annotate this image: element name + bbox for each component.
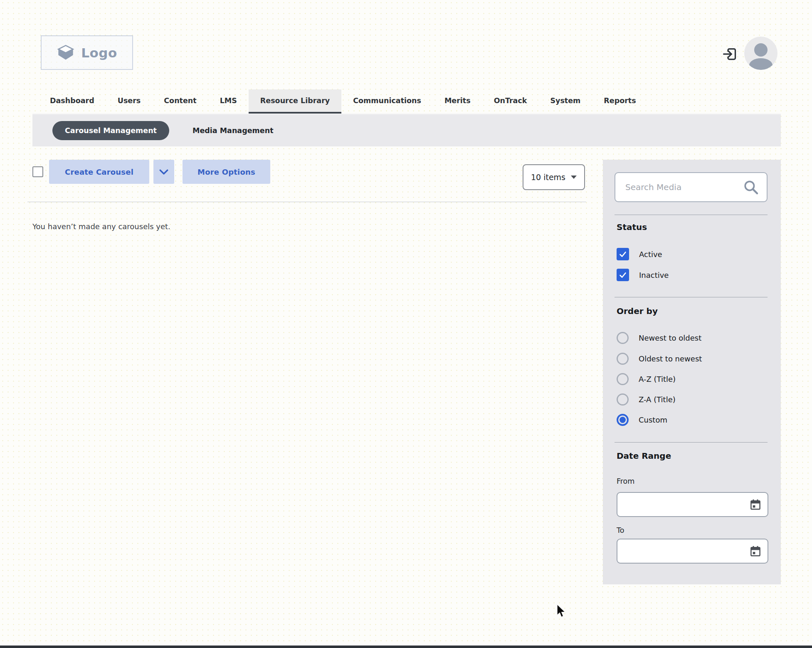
- date-to-field: [617, 539, 768, 564]
- status-option-inactive[interactable]: Inactive: [617, 269, 669, 281]
- date-from-label: From: [617, 477, 634, 485]
- create-carousel-button[interactable]: Create Carousel: [49, 160, 149, 184]
- subnav-item-carousel-management[interactable]: Carousel Management: [52, 121, 169, 140]
- calendar-icon[interactable]: [749, 498, 762, 511]
- date-from-field: [617, 492, 768, 517]
- logo-label: Logo: [81, 45, 117, 60]
- caret-down-icon: [571, 176, 577, 179]
- more-options-button[interactable]: More Options: [183, 160, 270, 184]
- avatar[interactable]: [744, 37, 777, 70]
- radio-icon[interactable]: [617, 332, 629, 344]
- order-option-label: Oldest to newest: [639, 354, 702, 363]
- order-by-heading: Order by: [617, 306, 658, 316]
- order-option-a-z-title[interactable]: A-Z (Title): [617, 373, 676, 385]
- search-box: [615, 172, 768, 202]
- status-option-label: Inactive: [639, 271, 669, 279]
- items-per-page-label: 10 items: [531, 173, 565, 182]
- empty-state-message: You haven’t made any carousels yet.: [32, 222, 170, 231]
- sidebar-divider: [615, 442, 768, 443]
- logo[interactable]: Logo: [41, 35, 133, 70]
- tab-resource-library[interactable]: Resource Library: [249, 89, 341, 114]
- tab-ontrack[interactable]: OnTrack: [482, 89, 539, 114]
- tab-reports[interactable]: Reports: [592, 89, 647, 114]
- order-option-label: Custom: [639, 416, 667, 424]
- logo-cube-icon: [57, 45, 75, 61]
- tab-merits[interactable]: Merits: [433, 89, 482, 114]
- create-carousel-dropdown-button[interactable]: [153, 160, 174, 184]
- radio-icon[interactable]: [617, 393, 629, 406]
- select-all-checkbox[interactable]: [32, 166, 43, 177]
- order-option-oldest-to-newest[interactable]: Oldest to newest: [617, 353, 702, 365]
- tab-communications[interactable]: Communications: [341, 89, 433, 114]
- order-option-label: A-Z (Title): [639, 375, 676, 383]
- order-option-newest-to-oldest[interactable]: Newest to oldest: [617, 332, 701, 344]
- sidebar-divider: [615, 297, 768, 297]
- checkbox-checked-icon[interactable]: [617, 248, 629, 260]
- radio-selected-icon[interactable]: [617, 414, 629, 426]
- search-icon[interactable]: [743, 179, 759, 195]
- content-divider: [27, 202, 586, 202]
- order-option-label: Newest to oldest: [639, 334, 701, 342]
- date-to-label: To: [617, 526, 624, 534]
- date-to-input[interactable]: [623, 547, 746, 556]
- filter-sidebar: Status Active Inactive Order by Newest t…: [603, 160, 781, 584]
- sidebar-divider: [615, 215, 768, 215]
- status-heading: Status: [617, 222, 647, 232]
- date-range-heading: Date Range: [617, 451, 671, 461]
- status-option-label: Active: [639, 250, 662, 259]
- avatar-head: [754, 43, 768, 57]
- tab-dashboard[interactable]: Dashboard: [38, 89, 106, 114]
- order-option-label: Z-A (Title): [639, 395, 676, 404]
- window-bottom-edge: [0, 646, 812, 648]
- avatar-body: [749, 58, 773, 70]
- toolbar: Create Carousel More Options: [32, 160, 270, 184]
- radio-icon[interactable]: [617, 373, 629, 385]
- search-input[interactable]: [624, 182, 738, 193]
- tab-system[interactable]: System: [538, 89, 592, 114]
- subnav-item-media-management[interactable]: Media Management: [193, 126, 274, 135]
- status-option-active[interactable]: Active: [617, 248, 662, 260]
- calendar-icon[interactable]: [749, 545, 762, 557]
- chevron-down-icon: [159, 169, 168, 175]
- date-from-input[interactable]: [623, 500, 746, 509]
- items-per-page-dropdown[interactable]: 10 items: [523, 164, 585, 190]
- mouse-cursor: [556, 604, 567, 621]
- primary-nav: Dashboard Users Content LMS Resource Lib…: [38, 89, 648, 114]
- subnav: Carousel Management Media Management: [32, 114, 781, 146]
- checkbox-checked-icon[interactable]: [617, 269, 629, 281]
- order-option-custom[interactable]: Custom: [617, 414, 667, 426]
- tab-users[interactable]: Users: [106, 89, 153, 114]
- sign-out-icon[interactable]: [722, 46, 738, 62]
- tab-lms[interactable]: LMS: [208, 89, 249, 114]
- tab-content[interactable]: Content: [152, 89, 208, 114]
- order-option-z-a-title[interactable]: Z-A (Title): [617, 393, 676, 406]
- radio-icon[interactable]: [617, 353, 629, 365]
